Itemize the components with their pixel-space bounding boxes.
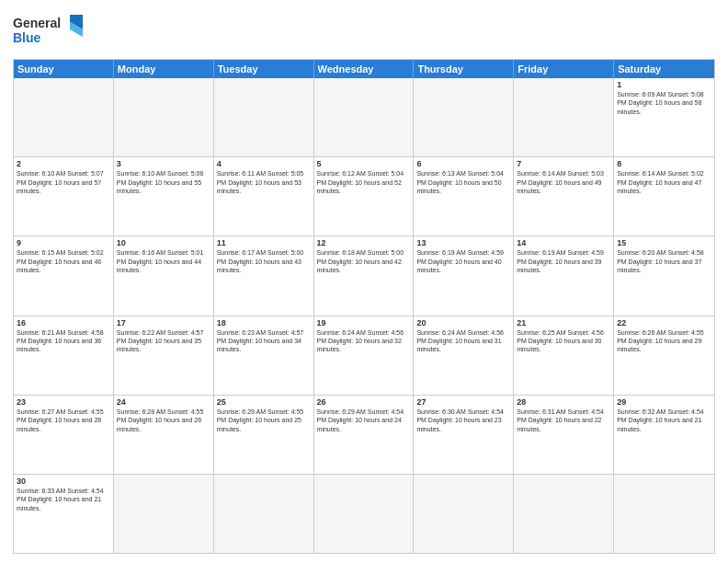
calendar-cell (114, 475, 214, 553)
calendar-cell: 29Sunrise: 6:32 AM Sunset: 4:54 PM Dayli… (614, 396, 714, 474)
calendar-cell: 22Sunrise: 6:26 AM Sunset: 4:55 PM Dayli… (614, 316, 714, 395)
day-info: Sunrise: 6:31 AM Sunset: 4:54 PM Dayligh… (517, 408, 610, 433)
day-info: Sunrise: 6:10 AM Sunset: 5:06 PM Dayligh… (117, 169, 210, 195)
calendar-cell: 12Sunrise: 6:18 AM Sunset: 5:00 PM Dayli… (314, 236, 415, 315)
day-info: Sunrise: 6:19 AM Sunset: 4:59 PM Dayligh… (517, 248, 610, 274)
day-number: 28 (517, 397, 610, 407)
day-number: 24 (117, 397, 210, 407)
day-number: 3 (117, 159, 210, 168)
calendar-cell (214, 78, 314, 156)
day-info: Sunrise: 6:33 AM Sunset: 4:54 PM Dayligh… (17, 487, 110, 512)
day-number: 17 (117, 318, 210, 327)
calendar-cell: 3Sunrise: 6:10 AM Sunset: 5:06 PM Daylig… (114, 157, 214, 236)
day-number: 25 (217, 397, 311, 407)
calendar-cell: 19Sunrise: 6:24 AM Sunset: 4:56 PM Dayli… (314, 316, 415, 395)
calendar-cell: 1Sunrise: 6:09 AM Sunset: 5:08 PM Daylig… (614, 78, 714, 156)
calendar-cell: 14Sunrise: 6:19 AM Sunset: 4:59 PM Dayli… (514, 236, 614, 315)
calendar-cell: 18Sunrise: 6:23 AM Sunset: 4:57 PM Dayli… (214, 316, 314, 395)
calendar-cell: 20Sunrise: 6:24 AM Sunset: 4:56 PM Dayli… (414, 316, 514, 395)
day-number: 8 (617, 159, 711, 168)
calendar-body: 1Sunrise: 6:09 AM Sunset: 5:08 PM Daylig… (14, 78, 714, 553)
day-info: Sunrise: 6:26 AM Sunset: 4:55 PM Dayligh… (617, 328, 711, 354)
header-cell-sunday: Sunday (14, 60, 114, 78)
day-number: 4 (217, 159, 311, 168)
day-info: Sunrise: 6:29 AM Sunset: 4:55 PM Dayligh… (217, 408, 311, 433)
calendar-cell: 4Sunrise: 6:11 AM Sunset: 5:05 PM Daylig… (214, 157, 314, 236)
calendar-header: SundayMondayTuesdayWednesdayThursdayFrid… (14, 60, 714, 78)
calendar-week-2: 9Sunrise: 6:15 AM Sunset: 5:02 PM Daylig… (14, 236, 714, 316)
day-number: 29 (617, 397, 711, 407)
calendar-week-3: 16Sunrise: 6:21 AM Sunset: 4:58 PM Dayli… (14, 316, 714, 396)
day-info: Sunrise: 6:29 AM Sunset: 4:54 PM Dayligh… (317, 408, 411, 433)
calendar-cell: 28Sunrise: 6:31 AM Sunset: 4:54 PM Dayli… (514, 396, 614, 474)
day-info: Sunrise: 6:19 AM Sunset: 4:59 PM Dayligh… (416, 248, 510, 274)
calendar-cell (514, 475, 614, 553)
day-info: Sunrise: 6:24 AM Sunset: 4:56 PM Dayligh… (416, 328, 510, 354)
day-number: 15 (617, 238, 711, 247)
day-number: 13 (416, 238, 510, 247)
calendar-cell: 21Sunrise: 6:25 AM Sunset: 4:56 PM Dayli… (514, 316, 614, 395)
svg-text:Blue: Blue (13, 30, 41, 45)
logo-svg: General Blue (13, 11, 86, 52)
day-number: 18 (217, 318, 311, 327)
day-info: Sunrise: 6:11 AM Sunset: 5:05 PM Dayligh… (217, 169, 311, 195)
calendar-cell: 10Sunrise: 6:16 AM Sunset: 5:01 PM Dayli… (114, 236, 214, 315)
day-number: 9 (17, 238, 110, 247)
calendar-cell: 6Sunrise: 6:13 AM Sunset: 5:04 PM Daylig… (414, 157, 514, 236)
logo: General Blue (13, 11, 86, 52)
calendar: SundayMondayTuesdayWednesdayThursdayFrid… (13, 59, 715, 554)
calendar-cell (214, 475, 314, 553)
calendar-cell (614, 475, 714, 553)
day-number: 14 (517, 238, 610, 247)
day-number: 5 (317, 159, 411, 168)
day-number: 7 (517, 159, 610, 168)
calendar-cell (514, 78, 614, 156)
page: General Blue SundayMondayTuesdayWednesda… (0, 0, 728, 563)
day-info: Sunrise: 6:17 AM Sunset: 5:00 PM Dayligh… (217, 248, 311, 274)
day-number: 6 (416, 159, 510, 168)
day-info: Sunrise: 6:23 AM Sunset: 4:57 PM Dayligh… (217, 328, 311, 354)
day-info: Sunrise: 6:14 AM Sunset: 5:03 PM Dayligh… (517, 169, 610, 195)
day-number: 30 (17, 477, 110, 486)
day-info: Sunrise: 6:30 AM Sunset: 4:54 PM Dayligh… (416, 408, 510, 433)
calendar-week-0: 1Sunrise: 6:09 AM Sunset: 5:08 PM Daylig… (14, 78, 714, 157)
day-info: Sunrise: 6:20 AM Sunset: 4:58 PM Dayligh… (617, 248, 711, 274)
day-info: Sunrise: 6:10 AM Sunset: 5:07 PM Dayligh… (17, 169, 110, 195)
calendar-cell: 11Sunrise: 6:17 AM Sunset: 5:00 PM Dayli… (214, 236, 314, 315)
day-info: Sunrise: 6:27 AM Sunset: 4:55 PM Dayligh… (17, 408, 110, 433)
calendar-cell: 15Sunrise: 6:20 AM Sunset: 4:58 PM Dayli… (614, 236, 714, 315)
calendar-week-5: 30Sunrise: 6:33 AM Sunset: 4:54 PM Dayli… (14, 475, 714, 553)
calendar-cell: 9Sunrise: 6:15 AM Sunset: 5:02 PM Daylig… (14, 236, 114, 315)
day-number: 21 (517, 318, 610, 327)
calendar-week-1: 2Sunrise: 6:10 AM Sunset: 5:07 PM Daylig… (14, 157, 714, 236)
day-number: 20 (416, 318, 510, 327)
day-info: Sunrise: 6:25 AM Sunset: 4:56 PM Dayligh… (517, 328, 610, 354)
calendar-cell: 24Sunrise: 6:28 AM Sunset: 4:55 PM Dayli… (114, 396, 214, 474)
day-info: Sunrise: 6:12 AM Sunset: 5:04 PM Dayligh… (317, 169, 411, 195)
calendar-cell (14, 78, 114, 156)
header-cell-monday: Monday (114, 60, 214, 78)
calendar-cell (414, 475, 514, 553)
day-number: 22 (617, 318, 711, 327)
calendar-cell: 26Sunrise: 6:29 AM Sunset: 4:54 PM Dayli… (314, 396, 415, 474)
day-info: Sunrise: 6:13 AM Sunset: 5:04 PM Dayligh… (416, 169, 510, 195)
calendar-cell: 25Sunrise: 6:29 AM Sunset: 4:55 PM Dayli… (214, 396, 314, 474)
day-info: Sunrise: 6:09 AM Sunset: 5:08 PM Dayligh… (617, 90, 711, 116)
day-info: Sunrise: 6:22 AM Sunset: 4:57 PM Dayligh… (117, 328, 210, 354)
day-info: Sunrise: 6:32 AM Sunset: 4:54 PM Dayligh… (617, 408, 711, 433)
day-info: Sunrise: 6:18 AM Sunset: 5:00 PM Dayligh… (317, 248, 411, 274)
day-info: Sunrise: 6:15 AM Sunset: 5:02 PM Dayligh… (17, 248, 110, 274)
day-info: Sunrise: 6:16 AM Sunset: 5:01 PM Dayligh… (117, 248, 210, 274)
day-number: 26 (317, 397, 411, 407)
day-info: Sunrise: 6:14 AM Sunset: 5:02 PM Dayligh… (617, 169, 711, 195)
header-cell-wednesday: Wednesday (314, 60, 415, 78)
day-number: 16 (17, 318, 110, 327)
calendar-cell: 2Sunrise: 6:10 AM Sunset: 5:07 PM Daylig… (14, 157, 114, 236)
calendar-cell: 17Sunrise: 6:22 AM Sunset: 4:57 PM Dayli… (114, 316, 214, 395)
day-info: Sunrise: 6:21 AM Sunset: 4:58 PM Dayligh… (17, 328, 110, 354)
calendar-cell (414, 78, 514, 156)
day-number: 2 (17, 159, 110, 168)
calendar-cell: 16Sunrise: 6:21 AM Sunset: 4:58 PM Dayli… (14, 316, 114, 395)
calendar-cell: 30Sunrise: 6:33 AM Sunset: 4:54 PM Dayli… (14, 475, 114, 553)
day-number: 19 (317, 318, 411, 327)
